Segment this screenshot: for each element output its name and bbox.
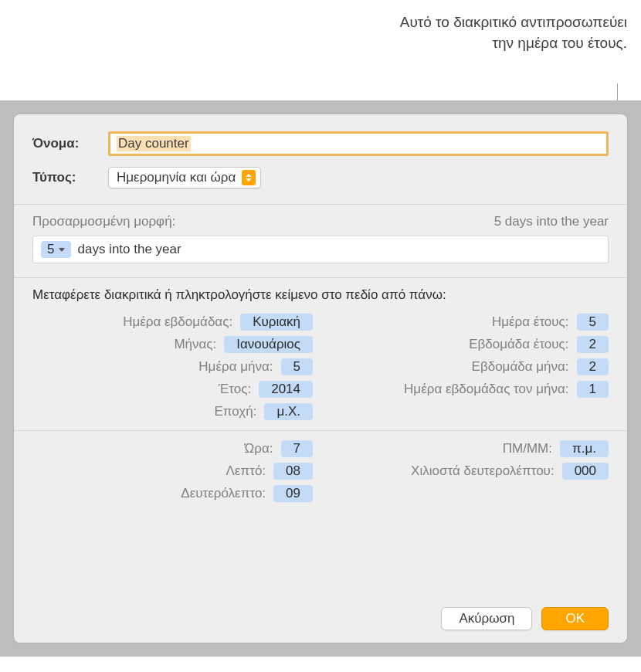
date-token-row: Ημέρα έτους:5 [328, 314, 609, 331]
format-suffix-text: days into the year [77, 242, 181, 257]
date-token-token[interactable]: 5 [281, 358, 313, 375]
date-token-label: Ημέρα εβδομάδας τον μήνα: [328, 382, 577, 397]
type-label: Τύπος: [32, 170, 108, 185]
date-token-label: Ημέρα μήνα: [32, 359, 281, 375]
name-input[interactable]: Day counter [108, 131, 609, 156]
date-token-row: Εβδομάδα έτους:2 [328, 336, 609, 353]
dialog-backdrop: Όνομα: Day counter Τύπος: Ημερομηνία και… [0, 100, 641, 657]
time-token-token[interactable]: 7 [281, 440, 313, 457]
date-token-label: Εποχή: [32, 404, 264, 419]
time-token-label: ΠΜ/ΜΜ: [328, 441, 560, 456]
time-token-row: Λεπτό:08 [32, 463, 313, 480]
time-token-token[interactable]: 000 [562, 463, 609, 480]
time-token-row: Χιλιοστά δευτερολέπτου:000 [328, 463, 609, 480]
time-token-token[interactable]: 08 [273, 463, 313, 480]
date-token-token[interactable]: 5 [577, 314, 609, 331]
date-token-label: Μήνας: [32, 337, 224, 352]
callout-text: Αυτό το διακριτικό αντιπροσωπεύει την ημ… [380, 12, 627, 53]
time-token-label: Χιλιοστά δευτερολέπτου: [328, 463, 562, 479]
type-row: Τύπος: Ημερομηνία και ώρα [32, 167, 609, 188]
type-select-value: Ημερομηνία και ώρα [117, 170, 236, 185]
date-token-row: Ημέρα εβδομάδας τον μήνα:1 [328, 381, 609, 398]
date-token-token[interactable]: μ.Χ. [264, 403, 313, 420]
date-token-token[interactable]: 2 [577, 336, 609, 353]
date-token-row: Εποχή:μ.Χ. [32, 403, 313, 420]
name-input-value: Day counter [117, 136, 191, 151]
stepper-icon [242, 170, 256, 185]
type-select[interactable]: Ημερομηνία και ώρα [108, 167, 261, 188]
time-token-label: Δευτερόλεπτο: [32, 486, 273, 501]
custom-format-header: Προσαρμοσμένη μορφή: 5 days into the yea… [32, 214, 609, 229]
name-label: Όνομα: [32, 136, 108, 151]
date-token-token[interactable]: 2014 [259, 381, 313, 398]
date-token-token[interactable]: 1 [577, 381, 609, 398]
date-token-label: Εβδομάδα έτους: [328, 337, 577, 352]
date-token-token[interactable]: Κυριακή [240, 314, 313, 331]
time-token-row: Δευτερόλεπτο:09 [32, 485, 313, 502]
date-token-row: Ημέρα μήνα:5 [32, 358, 313, 375]
time-token-token[interactable]: π.μ. [560, 440, 609, 457]
date-token-label: Ημέρα εβδομάδας: [32, 314, 240, 330]
date-token-row: Μήνας:Ιανουάριος [32, 336, 313, 353]
date-token-label: Έτος: [32, 382, 259, 397]
date-token-row: Έτος:2014 [32, 381, 313, 398]
name-row: Όνομα: Day counter [32, 131, 609, 156]
divider [14, 430, 627, 431]
drag-instructions: Μεταφέρετε διακριτικά ή πληκτρολογήστε κ… [32, 287, 609, 303]
date-token-grid: Ημέρα εβδομάδας:ΚυριακήΜήνας:ΙανουάριοςΗ… [32, 314, 609, 426]
time-token-token[interactable]: 09 [273, 485, 313, 502]
time-token-row: ΠΜ/ΜΜ:π.μ. [328, 440, 609, 457]
ok-button[interactable]: OK [541, 607, 609, 630]
date-token-token[interactable]: Ιανουάριος [224, 336, 313, 353]
cancel-button[interactable]: Ακύρωση [441, 607, 532, 630]
time-token-label: Ώρα: [32, 441, 281, 456]
date-token-token[interactable]: 2 [577, 358, 609, 375]
time-token-grid: Ώρα:7Λεπτό:08Δευτερόλεπτο:09 ΠΜ/ΜΜ:π.μ.Χ… [32, 440, 609, 507]
date-token-label: Εβδομάδα μήνα: [328, 359, 577, 375]
divider [14, 277, 627, 278]
format-dialog: Όνομα: Day counter Τύπος: Ημερομηνία και… [14, 114, 627, 643]
date-token-row: Ημέρα εβδομάδας:Κυριακή [32, 314, 313, 331]
format-token-day-of-year[interactable]: 5 [41, 241, 71, 258]
divider [14, 204, 627, 205]
format-token-value: 5 [47, 242, 54, 257]
time-token-label: Λεπτό: [32, 463, 273, 479]
chevron-down-icon [59, 248, 65, 252]
format-preview: 5 days into the year [494, 214, 609, 229]
date-token-row: Εβδομάδα μήνα:2 [328, 358, 609, 375]
custom-format-label: Προσαρμοσμένη μορφή: [32, 214, 175, 229]
time-token-row: Ώρα:7 [32, 440, 313, 457]
format-field[interactable]: 5 days into the year [32, 236, 609, 263]
date-token-label: Ημέρα έτους: [328, 314, 577, 330]
dialog-footer: Ακύρωση OK [32, 601, 609, 630]
